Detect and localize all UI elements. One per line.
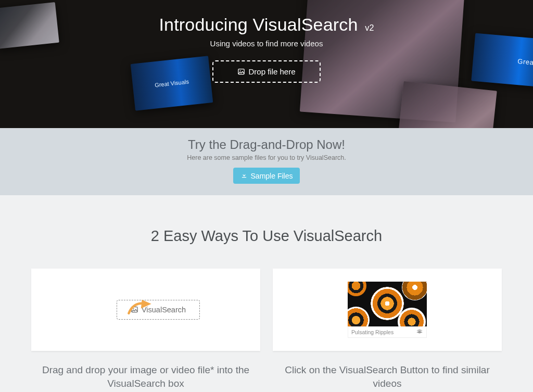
- hero-dropzone[interactable]: Drop file here: [212, 60, 320, 83]
- visualsearch-button-icon[interactable]: [416, 329, 423, 335]
- sample-title: Try the Drag-and-Drop Now!: [0, 137, 533, 152]
- hero-version: v2: [365, 23, 374, 32]
- sample-button-label: Sample Files: [251, 172, 293, 180]
- sample-subtitle: Here are some sample files for you to tr…: [0, 154, 533, 161]
- hero-title: Introducing VisualSearch v2: [0, 15, 533, 35]
- sample-thumbnail-bar: Pulsating Ripples: [348, 326, 427, 338]
- image-icon: [237, 67, 245, 76]
- way-1-card: VisualSearch: [31, 269, 260, 351]
- way-2-caption: Click on the VisualSearch Button to find…: [273, 363, 502, 390]
- way-2-card: Pulsating Ripples: [273, 269, 502, 351]
- hero-section: Great Vis Great Visuals Introducing Visu…: [0, 0, 533, 128]
- hero-thumb-blossom-small: [397, 81, 497, 128]
- hero-title-main: Introducing VisualSearch: [159, 15, 358, 34]
- svg-point-1: [240, 70, 241, 71]
- hero-dropzone-label: Drop file here: [248, 67, 295, 76]
- sample-band: Try the Drag-and-Drop Now! Here are some…: [0, 128, 533, 195]
- way-1-caption: Drag and drop your image or video file* …: [31, 363, 260, 390]
- ways-heading: 2 Easy Ways To Use VisualSearch: [31, 227, 502, 245]
- sample-thumbnail: [348, 282, 427, 326]
- sample-files-button[interactable]: Sample Files: [233, 168, 300, 184]
- download-icon: [240, 171, 248, 180]
- curved-arrow-icon: [126, 297, 154, 321]
- hero-subtitle: Using videos to find more videos: [0, 39, 533, 48]
- way-1: VisualSearch Drag and drop your image or…: [31, 269, 260, 390]
- way-2: Pulsating Ripples Click on the VisualSea…: [273, 269, 502, 390]
- sample-thumbnail-label: Pulsating Ripples: [351, 329, 394, 335]
- ways-section: 2 Easy Ways To Use VisualSearch VisualSe…: [0, 195, 533, 392]
